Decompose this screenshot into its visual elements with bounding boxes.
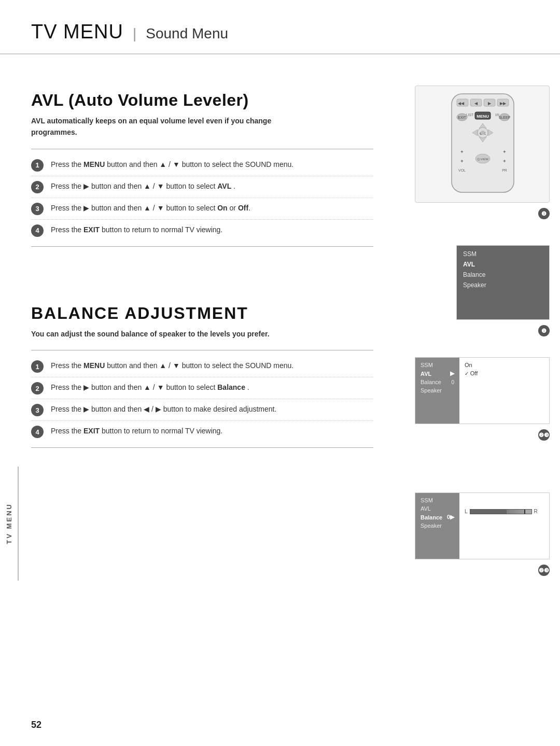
page-header: TV MENU | Sound Menu [0, 0, 560, 54]
balance-step-number-3: 3 [31, 404, 44, 416]
avl-step-4-text: Press the EXIT button to return to norma… [51, 224, 373, 235]
svg-text:+: + [503, 159, 506, 164]
avl-menu2-balance: Balance0 [421, 378, 454, 386]
balance-title: BALANCE ADJUSTMENT [31, 304, 373, 323]
header-separator: | [133, 25, 136, 42]
svg-text:MENU: MENU [477, 114, 489, 119]
avl-menu2-avl: AVL▶ [421, 369, 454, 378]
avl-menu2-speaker: Speaker [421, 386, 454, 395]
balance-menu-group: SSM AVL Balance0▶ Speaker L [415, 492, 550, 576]
balance-track [470, 509, 532, 514]
avl-step-4: 4 Press the EXIT button to return to nor… [31, 220, 373, 241]
avl-menu1-panel: SSM AVL Balance Speaker [457, 246, 549, 319]
balance-menu-speaker: Speaker [421, 522, 454, 530]
avl-menu1-balance: Balance [463, 270, 543, 280]
remote-svg: ◀◀ ◀ ▶ ▶▶ LIST MENU I/II EXIT SLEEP [421, 91, 545, 195]
avl-menu1-avl: AVL [463, 259, 543, 270]
svg-text:▶: ▶ [488, 101, 492, 106]
remote-badge: ❶ [538, 208, 550, 219]
avl-option-off: Off [465, 369, 544, 377]
balance-step-number-1: 1 [31, 360, 44, 373]
avl-menu2-right: On Off [459, 358, 549, 424]
avl-menu1: SSM AVL Balance Speaker [456, 245, 550, 320]
main-content: AVL (Auto Volume Leveler) AVL automatica… [0, 54, 560, 576]
avl-menu2-badge: ❷❸ [538, 429, 550, 441]
balance-menu-right: L R [459, 493, 549, 559]
avl-menu1-speaker: Speaker [463, 280, 543, 290]
svg-point-23 [481, 131, 485, 135]
svg-text:+: + [503, 149, 506, 154]
balance-menu-balance: Balance0▶ [421, 513, 454, 522]
balance-step-3-text: Press the ▶ button and then ◀ / ▶ button… [51, 403, 373, 415]
header-sound-menu: Sound Menu [146, 25, 228, 42]
svg-text:+: + [460, 149, 463, 154]
svg-text:SLEEP: SLEEP [499, 116, 511, 119]
avl-steps: 1 Press the MENU button and then ▲ / ▼ b… [31, 149, 373, 247]
step-number-1: 1 [31, 159, 44, 172]
svg-text:EXIT: EXIT [458, 116, 466, 119]
balance-description: You can adjust the sound balance of spea… [31, 328, 280, 340]
avl-option-on: On [465, 361, 544, 369]
avl-step-1-text: Press the MENU button and then ▲ / ▼ but… [51, 159, 373, 170]
avl-menu2-left: SSM AVL▶ Balance0 Speaker [415, 358, 459, 424]
avl-step-1: 1 Press the MENU button and then ▲ / ▼ b… [31, 154, 373, 176]
svg-text:+: + [460, 159, 463, 164]
avl-menu2-group: SSM AVL▶ Balance0 Speaker On Off ❷❸ [415, 357, 550, 441]
avl-step-3: 3 Press the ▶ button and then ▲ / ▼ butt… [31, 198, 373, 220]
balance-menu-badge: ❷❸ [538, 565, 550, 576]
balance-step-2-text: Press the ▶ button and then ▲ / ▼ button… [51, 382, 373, 393]
avl-step-3-text: Press the ▶ button and then ▲ / ▼ button… [51, 202, 373, 214]
right-panel: ◀◀ ◀ ▶ ▶▶ LIST MENU I/II EXIT SLEEP [394, 54, 560, 576]
balance-menu: SSM AVL Balance0▶ Speaker L [415, 492, 550, 559]
avl-step-2: 2 Press the ▶ button and then ▲ / ▼ butt… [31, 176, 373, 198]
balance-bar: L R [465, 509, 538, 514]
balance-step-3: 3 Press the ▶ button and then ◀ / ▶ butt… [31, 399, 373, 421]
remote-illustration: ◀◀ ◀ ▶ ▶▶ LIST MENU I/II EXIT SLEEP [415, 86, 550, 203]
balance-step-2: 2 Press the ▶ button and then ▲ / ▼ butt… [31, 377, 373, 399]
step-number-2: 2 [31, 181, 44, 193]
balance-step-1-text: Press the MENU button and then ▲ / ▼ but… [51, 360, 373, 371]
svg-rect-0 [452, 94, 514, 192]
balance-step-4: 4 Press the EXIT button to return to nor… [31, 421, 373, 442]
page-number: 52 [31, 720, 41, 730]
left-content: AVL (Auto Volume Leveler) AVL automatica… [31, 54, 394, 576]
side-label: TV MENU [5, 503, 13, 544]
balance-menu-left: SSM AVL Balance0▶ Speaker [415, 493, 459, 559]
avl-step-2-text: Press the ▶ button and then ▲ / ▼ button… [51, 180, 373, 192]
svg-text:◀: ◀ [474, 101, 478, 106]
svg-text:VOL: VOL [458, 168, 466, 172]
balance-right-arrow: R [534, 509, 538, 514]
svg-text:PR: PR [502, 168, 507, 172]
balance-step-4-text: Press the EXIT button to return to norma… [51, 425, 373, 437]
avl-menu2: SSM AVL▶ Balance0 Speaker On Off [415, 357, 550, 424]
step-number-4: 4 [31, 224, 44, 237]
balance-menu-avl: AVL [421, 504, 454, 513]
side-label-wrapper: TV MENU [0, 467, 19, 581]
balance-step-1: 1 Press the MENU button and then ▲ / ▼ b… [31, 356, 373, 377]
balance-steps: 1 Press the MENU button and then ▲ / ▼ b… [31, 350, 373, 448]
avl-description: AVL automatically keeps on an equal volu… [31, 115, 280, 138]
remote-group: ◀◀ ◀ ▶ ▶▶ LIST MENU I/II EXIT SLEEP [415, 75, 550, 219]
balance-menu-ssm: SSM [421, 496, 454, 504]
avl-menu1-badge: ❶ [538, 325, 550, 336]
balance-step-number-4: 4 [31, 426, 44, 438]
avl-menu1-ssm: SSM [463, 249, 543, 259]
header-tv-menu: TV MENU [31, 21, 123, 43]
svg-text:Q.VIEW: Q.VIEW [477, 158, 488, 161]
svg-text:▶▶: ▶▶ [500, 101, 507, 106]
step-number-3: 3 [31, 203, 44, 215]
balance-step-number-2: 2 [31, 382, 44, 395]
avl-title: AVL (Auto Volume Leveler) [31, 91, 373, 110]
avl-menu2-ssm: SSM [421, 361, 454, 369]
balance-section: BALANCE ADJUSTMENT You can adjust the so… [31, 278, 373, 448]
avl-section: AVL (Auto Volume Leveler) AVL automatica… [31, 54, 373, 247]
avl-menu1-group: SSM AVL Balance Speaker ❶ [456, 245, 550, 336]
balance-left-arrow: L [465, 509, 468, 514]
svg-text:◀◀: ◀◀ [458, 101, 465, 106]
